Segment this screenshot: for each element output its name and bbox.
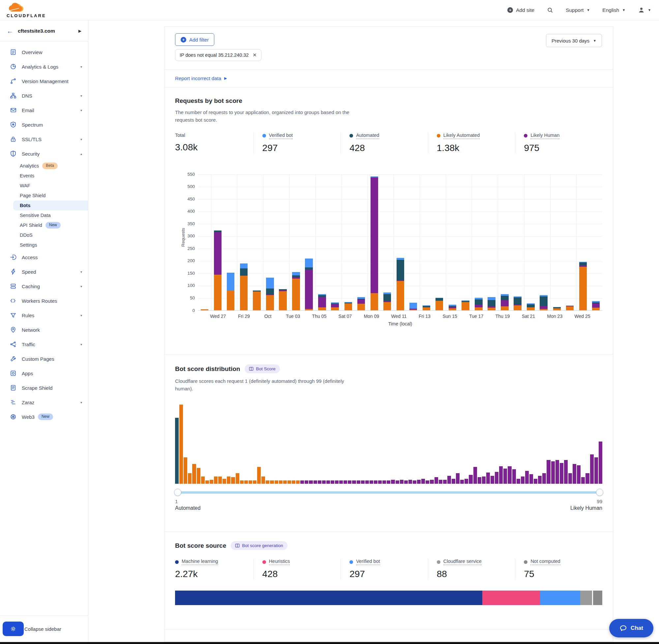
stat-label[interactable]: Cloudflare service: [443, 558, 481, 565]
bar-segment-likely-automated: [279, 291, 286, 310]
stacked-bar: [345, 302, 352, 310]
search-button[interactable]: [547, 7, 553, 13]
sidebar-item-email[interactable]: Email▾: [0, 103, 88, 117]
stat-value: 428: [262, 569, 341, 579]
stacked-bar: [397, 258, 404, 310]
sidebar-item-sensitive-data[interactable]: Sensitive Data: [13, 210, 88, 220]
bar-segment-automated: [579, 262, 587, 266]
sidebar-item-speed[interactable]: Speed▾: [0, 264, 88, 279]
bot-score-badge[interactable]: Bot Score: [244, 364, 280, 373]
sidebar-item-events[interactable]: Events: [13, 171, 88, 181]
sidebar-item-dns[interactable]: DNS▾: [0, 88, 88, 103]
stat-label[interactable]: Automated: [356, 133, 379, 139]
settings-gear-button[interactable]: [3, 622, 24, 636]
sidebar-item-analytics-logs[interactable]: Analytics & Logs▾: [0, 59, 88, 74]
x-tick-label: [379, 314, 391, 319]
sidebar-item-ddos[interactable]: DDoS: [13, 230, 88, 240]
sidebar-item-bots[interactable]: Bots: [13, 201, 88, 210]
stat-label: Total: [175, 133, 185, 138]
add-site-button[interactable]: + Add site: [508, 7, 534, 13]
histogram-bar: [503, 468, 507, 484]
stat-label[interactable]: Heuristics: [269, 558, 290, 565]
stacked-bar: [527, 303, 534, 310]
sidebar-item-waf[interactable]: WAF: [13, 181, 88, 190]
histogram-bar: [287, 480, 291, 484]
workers-icon: [10, 297, 17, 304]
sidebar-item-access[interactable]: Access: [0, 250, 88, 264]
sidebar-item-network[interactable]: Network: [0, 322, 88, 337]
histogram-bar: [266, 480, 269, 484]
histogram-bar: [335, 480, 338, 484]
sidebar-item-web3[interactable]: Web3New: [0, 410, 88, 424]
chevron-right-icon[interactable]: ▶: [78, 29, 81, 33]
sidebar-item-analytics[interactable]: AnalyticsBeta: [13, 161, 88, 171]
stat-value: 2.27k: [175, 569, 254, 579]
chart-bar-slot: [355, 175, 368, 310]
stat-label[interactable]: Likely Human: [531, 133, 560, 139]
x-tick-label: Tue 03: [286, 314, 300, 319]
stat-label[interactable]: Likely Automated: [443, 133, 480, 139]
histogram-bar: [460, 480, 464, 484]
site-name[interactable]: cftestsite3.com: [18, 28, 78, 34]
histogram-bar: [175, 418, 179, 483]
sidebar-item-overview[interactable]: Overview: [0, 45, 88, 59]
sidebar-item-version-management[interactable]: Version Management: [0, 74, 88, 88]
section-title: Bot score source: [175, 542, 226, 549]
chat-button[interactable]: Chat: [609, 619, 653, 638]
sidebar-item-security[interactable]: Security▴: [0, 146, 88, 161]
section-description: Cloudflare scores each request 1 (defini…: [175, 377, 360, 393]
sidebar-item-zaraz[interactable]: Zaraz▾: [0, 395, 88, 410]
source-segment-verified-bot: [540, 591, 580, 605]
sidebar-item-custom-pages[interactable]: Custom Pages: [0, 351, 88, 366]
x-tick-label: Wed 25: [574, 314, 590, 319]
bar-segment-likely-automated: [227, 291, 234, 310]
report-incorrect-data-link[interactable]: Report incorrect data ▶: [175, 75, 227, 81]
slider-handle-min[interactable]: [174, 489, 181, 496]
sidebar-item-ssl-tls[interactable]: SSL/TLS▾: [0, 132, 88, 146]
chevron-down-icon: ▾: [80, 343, 82, 346]
stat-label[interactable]: Verified bot: [269, 133, 293, 139]
back-arrow-icon[interactable]: ←: [6, 28, 13, 34]
histogram-bar: [556, 460, 559, 484]
sidebar-item-api-shield[interactable]: API ShieldNew: [13, 220, 88, 230]
stat-label[interactable]: Not computed: [531, 558, 560, 565]
histogram-bar: [400, 480, 403, 484]
legend-dot-icon: [437, 560, 441, 564]
sidebar-item-spectrum[interactable]: Spectrum: [0, 117, 88, 132]
chevron-up-icon: ▴: [80, 152, 82, 156]
sidebar-item-caching[interactable]: Caching▾: [0, 279, 88, 294]
bar-segment-verified-bot: [488, 297, 495, 300]
account-menu[interactable]: ▼: [638, 6, 651, 14]
histogram-bar: [387, 480, 390, 484]
sidebar-item-label: DDoS: [20, 232, 33, 238]
docs-icon: [249, 367, 254, 371]
bar-segment-likely-automated: [331, 307, 338, 310]
bar-segment-likely-human: [371, 178, 378, 293]
histogram-bar: [210, 480, 213, 484]
language-menu[interactable]: English ▼: [602, 7, 626, 13]
filter-chip[interactable]: IP does not equal 35.212.240.32 ✕: [175, 49, 261, 61]
slider-track[interactable]: [176, 491, 601, 493]
bot-score-generation-badge[interactable]: Bot score generation: [231, 541, 287, 550]
sidebar-item-page-shield[interactable]: Page Shield: [13, 190, 88, 201]
sidebar-item-scrape-shield[interactable]: Scrape Shield: [0, 381, 88, 395]
stacked-bar: [383, 293, 391, 310]
stat-label[interactable]: Verified bot: [356, 558, 380, 565]
date-range-select[interactable]: Previous 30 days ▼: [546, 34, 602, 47]
remove-filter-icon[interactable]: ✕: [253, 52, 257, 58]
collapse-sidebar-button[interactable]: Collapse sidebar: [24, 626, 61, 632]
slider-handle-max[interactable]: [596, 489, 603, 496]
sidebar-item-workers-routes[interactable]: Workers Routes: [0, 294, 88, 308]
bar-segment-automated: [266, 289, 274, 295]
chart-bar-slot: [237, 175, 250, 310]
stat-label[interactable]: Machine learning: [182, 558, 218, 565]
support-menu[interactable]: Support ▼: [566, 7, 590, 13]
sidebar-item-apps[interactable]: Apps: [0, 366, 88, 381]
chart-bar-slot: [289, 175, 302, 310]
histogram-bar: [482, 477, 486, 484]
sidebar-item-settings[interactable]: Settings: [13, 240, 88, 250]
add-filter-button[interactable]: + Add filter: [175, 33, 214, 46]
x-tick-label: Fri 13: [419, 314, 430, 319]
sidebar-item-traffic[interactable]: Traffic▾: [0, 337, 88, 351]
sidebar-item-rules[interactable]: Rules▾: [0, 308, 88, 322]
